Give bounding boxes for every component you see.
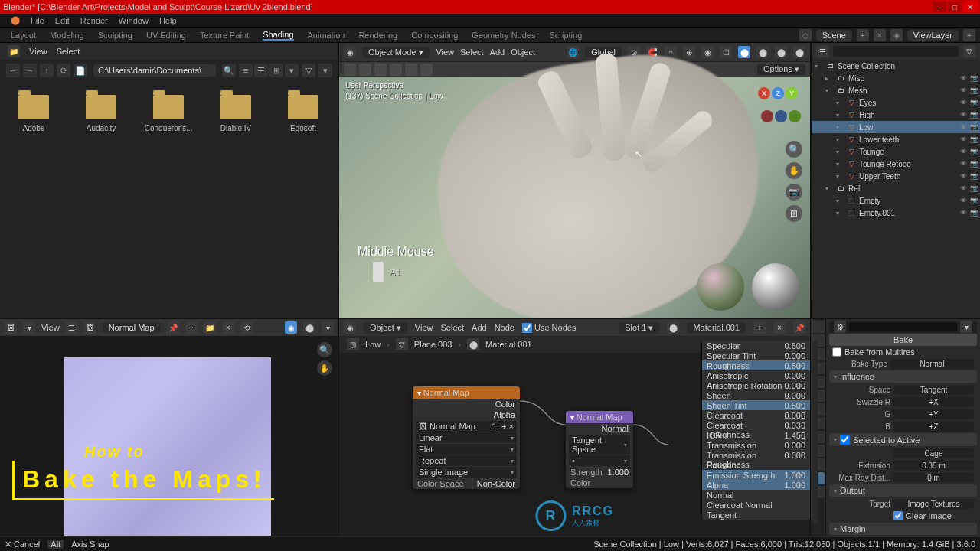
disclose-icon[interactable]: ▾: [836, 197, 844, 204]
list-view-icon[interactable]: ≡: [239, 64, 253, 77]
ne-menu-add[interactable]: Add: [472, 323, 487, 332]
render-icon[interactable]: 📷: [970, 135, 978, 144]
settings-icon[interactable]: ▾: [318, 64, 332, 77]
node-input[interactable]: Color: [570, 478, 590, 487]
outliner-row[interactable]: ▾ 🗀 Scene Collection: [812, 60, 980, 72]
ie-menu-view[interactable]: View: [41, 323, 60, 332]
disclose-icon[interactable]: ▾: [836, 210, 844, 217]
render-icon[interactable]: 📷: [970, 209, 978, 217]
disclose-icon[interactable]: ▾: [836, 148, 844, 155]
node-output[interactable]: Alpha: [494, 410, 515, 419]
xray-icon[interactable]: ☐: [720, 46, 732, 58]
maxray-input[interactable]: 0 m: [893, 473, 974, 483]
outliner-row[interactable]: ▾▽Tounge Retopo👁📷: [812, 158, 980, 170]
disclose-icon[interactable]: ▾: [825, 185, 833, 192]
visibility-icon[interactable]: 👁: [960, 135, 969, 144]
bake-type-selector[interactable]: Normal: [890, 359, 974, 369]
bake-multires-check[interactable]: [832, 347, 841, 357]
bsdf-property-row[interactable]: Anisotropic Rotation0.000: [702, 380, 810, 390]
bsdf-property-row[interactable]: Roughness0.500: [702, 360, 810, 370]
visibility-icon[interactable]: 👁: [960, 209, 969, 217]
tab-shading[interactable]: Shading: [263, 30, 293, 41]
pan-icon[interactable]: ✋: [786, 162, 802, 179]
visibility-icon[interactable]: 👁: [960, 86, 969, 95]
transform-tool-icon[interactable]: [420, 64, 433, 76]
breadcrumb-item[interactable]: Low: [365, 340, 381, 349]
new-mat-icon[interactable]: +: [753, 321, 766, 334]
disclose-icon[interactable]: ▾: [815, 63, 822, 70]
options-icon[interactable]: ▾: [960, 321, 972, 333]
outliner-search-input[interactable]: [833, 46, 959, 57]
bsdf-property-row[interactable]: Tangent: [702, 510, 810, 520]
status-cancel[interactable]: ✕ Cancel: [5, 540, 40, 549]
margin-panel-header[interactable]: Margin: [840, 524, 866, 533]
visibility-icon[interactable]: 👁: [960, 74, 969, 83]
sort-icon[interactable]: ▾: [285, 64, 299, 77]
visibility-icon[interactable]: 👁: [960, 172, 969, 181]
disclose-icon[interactable]: ▾: [836, 124, 844, 131]
viewport-editor-icon[interactable]: ◉: [344, 46, 356, 58]
axis-neg-x-icon[interactable]: [761, 110, 773, 122]
sidebar-handle[interactable]: [810, 341, 818, 524]
node-header[interactable]: ▾ Normal Map: [413, 386, 520, 399]
viewport-3d[interactable]: ◉ Object Mode ▾ View Select Add Object 🌐…: [339, 43, 811, 318]
menu-edit[interactable]: Edit: [55, 16, 70, 25]
outliner-row[interactable]: ▾⬚Empty👁📷: [812, 194, 980, 207]
disclose-icon[interactable]: ▾: [836, 99, 844, 106]
bsdf-property-row[interactable]: IOR1.450: [702, 430, 810, 440]
visibility-icon[interactable]: 👁: [960, 148, 969, 156]
scale-tool-icon[interactable]: [405, 64, 417, 76]
scene-new-icon[interactable]: +: [857, 29, 869, 41]
uvmap-selector[interactable]: •▾: [569, 455, 630, 466]
move-tool-icon[interactable]: [374, 64, 387, 76]
gizmo-icon[interactable]: ⊕: [683, 46, 695, 58]
bake-button[interactable]: Bake: [893, 335, 913, 344]
axis-neg-y-icon[interactable]: [789, 110, 801, 122]
material-name-input[interactable]: Material.001: [687, 322, 746, 333]
visibility-icon[interactable]: 👁: [960, 184, 969, 193]
rotate-tool-icon[interactable]: [390, 64, 402, 76]
props-editor-icon[interactable]: ⚙: [834, 321, 846, 333]
slot-icon[interactable]: ⟲: [240, 321, 253, 334]
visibility-icon[interactable]: 👁: [960, 160, 969, 168]
menu-render[interactable]: Render: [80, 16, 108, 25]
breadcrumb-item[interactable]: Plane.003: [414, 340, 452, 349]
channel-icon[interactable]: ▾: [322, 321, 334, 334]
node-editor-icon[interactable]: ◉: [344, 321, 356, 334]
render-icon[interactable]: 📷: [970, 197, 978, 205]
overlay-icon[interactable]: ◉: [285, 321, 297, 334]
path-input[interactable]: C:\Users\damir\Documents\: [93, 64, 216, 77]
source-selector[interactable]: Single Image▾: [416, 467, 517, 478]
image-selector[interactable]: 🖼 Normal Map🗀 + ×: [416, 421, 517, 432]
refresh-icon[interactable]: ⟳: [57, 64, 70, 77]
image-texture-node[interactable]: ▾ Normal Map Color Alpha 🖼 Normal Map🗀 +…: [413, 386, 520, 489]
prop-tab-render[interactable]: [812, 321, 825, 333]
outliner-row[interactable]: ▾▽Eyes👁📷: [812, 96, 980, 109]
uv-icon[interactable]: ☰: [66, 321, 78, 334]
node-header[interactable]: ▾ Normal Map: [566, 411, 633, 423]
filebrowser-editor-icon[interactable]: 📁: [8, 45, 20, 57]
render-icon[interactable]: 📷: [970, 123, 978, 132]
vp-menu-select[interactable]: Select: [460, 47, 484, 57]
strength-input[interactable]: 1.000: [607, 468, 629, 477]
visibility-icon[interactable]: 👁: [960, 197, 969, 205]
filter-icon[interactable]: ▽: [963, 45, 975, 57]
outliner-row[interactable]: ▾▽Upper Teeth👁📷: [812, 170, 980, 182]
projection-selector[interactable]: Flat▾: [416, 444, 517, 455]
extrusion-input[interactable]: 0.35 m: [893, 461, 974, 471]
new-icon[interactable]: +: [185, 321, 198, 334]
image-editor-icon[interactable]: 🖼: [5, 321, 17, 334]
outliner-editor-icon[interactable]: ☰: [816, 45, 828, 57]
tab-uv-editing[interactable]: UV Editing: [146, 31, 186, 40]
select-box-icon[interactable]: [344, 64, 356, 76]
bsdf-property-row[interactable]: Clearcoat0.000: [702, 410, 810, 420]
nav-gizmo[interactable]: X Z Y: [758, 87, 799, 129]
folder-item[interactable]: Adobe: [8, 95, 60, 305]
bsdf-property-row[interactable]: Emission: [702, 460, 810, 470]
pin-icon[interactable]: 📌: [793, 321, 805, 334]
unlink-icon[interactable]: ×: [222, 321, 234, 334]
open-icon[interactable]: 📁: [204, 321, 216, 334]
vp-menu-object[interactable]: Object: [511, 47, 535, 57]
node-output[interactable]: Color: [495, 399, 515, 409]
scene-delete-icon[interactable]: ×: [874, 29, 886, 41]
